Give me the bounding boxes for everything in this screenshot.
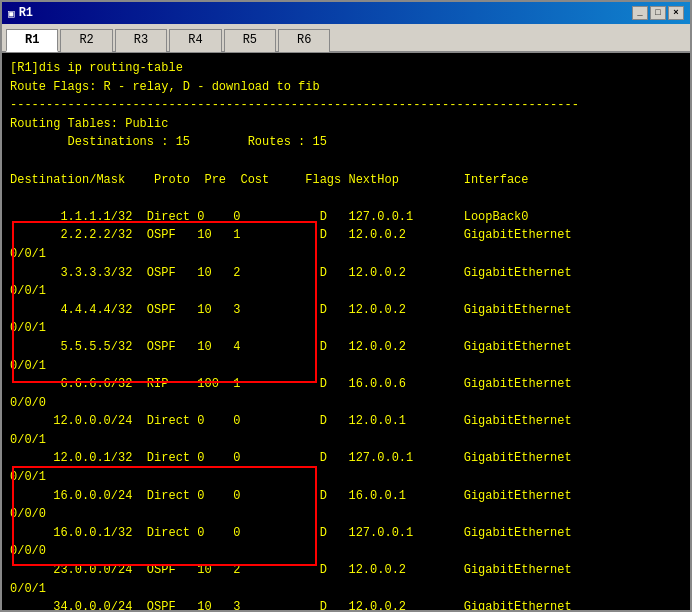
title-bar: ▣ R1 _ □ × [2, 2, 690, 24]
title-bar-left: ▣ R1 [8, 6, 33, 20]
main-window: ▣ R1 _ □ × R1 R2 R3 R4 R5 R6 [R1]dis ip … [0, 0, 692, 612]
tab-bar: R1 R2 R3 R4 R5 R6 [2, 24, 690, 53]
tab-r6[interactable]: R6 [278, 29, 330, 52]
maximize-button[interactable]: □ [650, 6, 666, 20]
window-title: R1 [19, 6, 33, 20]
tab-r3[interactable]: R3 [115, 29, 167, 52]
title-bar-controls: _ □ × [632, 6, 684, 20]
terminal-wrapper: [R1]dis ip routing-table Route Flags: R … [2, 53, 690, 610]
window-icon: ▣ [8, 7, 15, 20]
close-button[interactable]: × [668, 6, 684, 20]
tab-r1[interactable]: R1 [6, 29, 58, 52]
terminal-content: [R1]dis ip routing-table Route Flags: R … [10, 59, 682, 610]
tab-r4[interactable]: R4 [169, 29, 221, 52]
terminal[interactable]: [R1]dis ip routing-table Route Flags: R … [2, 53, 690, 610]
tab-r2[interactable]: R2 [60, 29, 112, 52]
tab-r5[interactable]: R5 [224, 29, 276, 52]
minimize-button[interactable]: _ [632, 6, 648, 20]
